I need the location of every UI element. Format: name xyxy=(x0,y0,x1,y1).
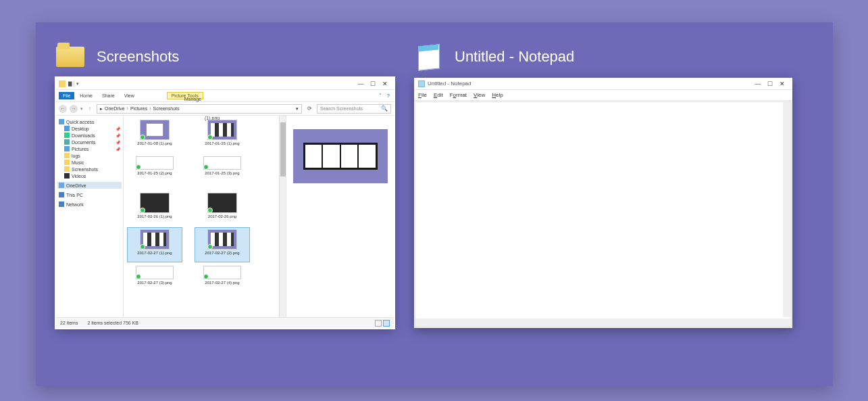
breadcrumb-segment[interactable]: Pictures xyxy=(130,106,147,111)
file-thumbnail xyxy=(207,229,237,250)
notepad-window[interactable]: Untitled - Notepad — ☐ ✕ File Edit Forma… xyxy=(414,78,792,328)
nav-item[interactable]: Screenshots xyxy=(57,166,122,172)
task-view-panel: Screenshots ▇ ▾ — ☐ ✕ File Home Share Vi… xyxy=(36,22,833,386)
file-item[interactable]: 2017-01-25 (3).png xyxy=(195,155,249,189)
nav-onedrive[interactable]: OneDrive xyxy=(57,182,122,189)
maximize-button[interactable]: ☐ xyxy=(367,80,379,87)
refresh-button[interactable]: ⟳ xyxy=(305,105,314,112)
status-item-count: 22 items xyxy=(60,321,78,325)
menu-help[interactable]: Help xyxy=(492,92,503,98)
preview-pane xyxy=(286,116,394,317)
pin-icon: 📌 xyxy=(116,140,120,145)
nav-item[interactable]: Desktop📌 xyxy=(57,125,122,132)
minimize-button[interactable]: — xyxy=(355,80,367,87)
sync-badge-icon xyxy=(136,164,141,170)
scrollbar-thumb[interactable] xyxy=(280,122,286,176)
notepad-titlebar[interactable]: Untitled - Notepad — ☐ ✕ xyxy=(414,78,792,90)
folder-icon xyxy=(56,43,84,71)
file-item[interactable]: 2017-01-25 (2).png xyxy=(128,155,182,189)
file-item[interactable]: 2017-02-27 (3).png xyxy=(128,264,182,298)
file-grid[interactable]: (1).png 2017-01-08 (1).png2017-01-25 (1)… xyxy=(124,116,279,317)
notepad-icon xyxy=(414,43,442,71)
breadcrumb-bar[interactable]: ▸ OneDrive › Pictures › Screenshots ▾ xyxy=(97,104,302,114)
ribbon: File Home Share View Picture Tools Manag… xyxy=(56,90,394,102)
pin-icon: 📌 xyxy=(116,126,120,131)
ribbon-tab-home[interactable]: Home xyxy=(76,92,97,99)
nav-item-icon xyxy=(64,160,70,165)
sync-badge-icon xyxy=(140,208,145,213)
notepad-app-icon xyxy=(418,80,425,87)
task-card-explorer[interactable]: Screenshots ▇ ▾ — ☐ ✕ File Home Share Vi… xyxy=(56,43,394,366)
nav-back-button[interactable]: ← xyxy=(59,105,67,113)
nav-item[interactable]: Documents📌 xyxy=(57,139,122,145)
maximize-button[interactable]: ☐ xyxy=(764,80,776,87)
quick-access-toolbar-folder-icon[interactable]: ▇ xyxy=(68,81,72,87)
menu-edit[interactable]: Edit xyxy=(434,92,443,98)
menu-file[interactable]: File xyxy=(418,92,427,98)
notepad-title: Untitled - Notepad xyxy=(428,80,471,87)
navigation-pane[interactable]: Quick access Desktop📌Downloads📌Documents… xyxy=(56,116,124,317)
file-thumbnail xyxy=(203,266,241,279)
help-icon[interactable]: ? xyxy=(387,93,390,99)
nav-item-icon xyxy=(64,133,70,138)
nav-up-button[interactable]: ↑ xyxy=(86,105,94,113)
nav-item[interactable]: Pictures📌 xyxy=(57,145,122,152)
nav-network[interactable]: Network xyxy=(57,201,122,208)
menu-format[interactable]: Format xyxy=(450,92,467,98)
file-name-label: 2017-02-26 (1).png xyxy=(137,214,172,218)
nav-item[interactable]: logs xyxy=(57,152,122,159)
nav-history-dropdown-icon[interactable]: ▾ xyxy=(80,106,83,112)
minimize-button[interactable]: — xyxy=(752,80,764,87)
notepad-text-area[interactable] xyxy=(415,101,792,327)
nav-item-label: Videos xyxy=(72,174,86,179)
file-thumbnail xyxy=(140,229,170,250)
file-name-label: 2017-01-25 (2).png xyxy=(137,171,172,175)
nav-item-icon xyxy=(64,166,70,172)
nav-item[interactable]: Downloads📌 xyxy=(57,132,122,139)
file-item[interactable]: 2017-02-27 (2).png xyxy=(195,228,249,262)
content-pane: (1).png 2017-01-08 (1).png2017-01-25 (1)… xyxy=(124,116,394,317)
address-dropdown-icon[interactable]: ▾ xyxy=(296,106,299,112)
nav-quick-access[interactable]: Quick access xyxy=(57,118,122,125)
breadcrumb-segment[interactable]: OneDrive xyxy=(105,106,125,111)
file-item[interactable]: 2017-02-27 (1).png xyxy=(128,228,182,262)
search-input[interactable]: Search Screenshots 🔍 xyxy=(317,104,391,114)
nav-item-label: Screenshots xyxy=(72,167,98,172)
menu-view[interactable]: View xyxy=(474,92,485,98)
ribbon-tab-view[interactable]: View xyxy=(120,92,138,99)
vertical-scrollbar[interactable] xyxy=(279,116,286,317)
file-thumbnail xyxy=(207,120,237,140)
nav-forward-button[interactable]: → xyxy=(70,105,78,113)
nav-this-pc[interactable]: This PC xyxy=(57,191,122,198)
task-card-notepad[interactable]: Untitled - Notepad Untitled - Notepad — … xyxy=(414,43,792,366)
nav-item-label: Documents xyxy=(72,140,95,145)
explorer-window[interactable]: ▇ ▾ — ☐ ✕ File Home Share View Picture T… xyxy=(56,78,394,328)
close-button[interactable]: ✕ xyxy=(776,80,788,87)
ribbon-tab-share[interactable]: Share xyxy=(98,92,119,99)
breadcrumb-segment[interactable]: Screenshots xyxy=(153,106,180,111)
file-thumbnail xyxy=(203,156,241,170)
file-item[interactable]: 2017-02-26.png xyxy=(195,191,249,225)
view-details-button[interactable] xyxy=(375,320,382,327)
file-item[interactable]: 2017-02-26 (1).png xyxy=(128,191,182,225)
file-name-label: 2017-02-27 (2).png xyxy=(205,251,239,255)
vertical-scrollbar[interactable] xyxy=(783,102,791,317)
ribbon-collapse-icon[interactable]: ˅ xyxy=(379,93,382,99)
nav-item[interactable]: Videos xyxy=(57,172,122,179)
nav-item-label: Downloads xyxy=(72,133,95,138)
explorer-titlebar[interactable]: ▇ ▾ — ☐ ✕ xyxy=(56,78,394,90)
quick-access-dropdown-icon[interactable]: ▾ xyxy=(76,81,79,87)
nav-item[interactable]: Music xyxy=(57,159,122,166)
close-button[interactable]: ✕ xyxy=(379,80,391,87)
nav-item-icon xyxy=(64,126,70,131)
ribbon-tab-file[interactable]: File xyxy=(59,92,74,99)
horizontal-scrollbar[interactable] xyxy=(415,319,783,327)
file-item[interactable]: 2017-01-25 (1).png xyxy=(195,118,249,152)
view-thumbnails-button[interactable] xyxy=(383,320,390,327)
chevron-right-icon: › xyxy=(127,106,128,111)
sync-badge-icon xyxy=(203,274,209,279)
task-card-header: Screenshots xyxy=(56,43,394,71)
file-item[interactable]: 2017-01-08 (1).png xyxy=(128,118,182,152)
view-mode-buttons xyxy=(375,320,390,327)
file-item[interactable]: 2017-02-27 (4).png xyxy=(195,264,249,298)
